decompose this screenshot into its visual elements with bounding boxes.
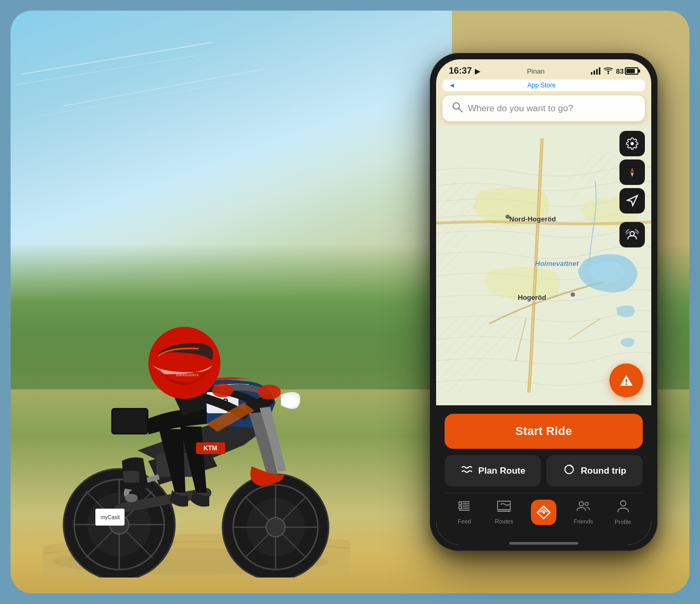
- action-buttons-row: Plan Route Round trip: [445, 455, 643, 486]
- svg-marker-73: [631, 167, 634, 172]
- location-icon: ▶: [475, 67, 481, 75]
- map-view[interactable]: Nord-Hogeröd Holmevattnet Hogeröd: [436, 126, 651, 405]
- status-time: 16:37: [449, 66, 472, 76]
- signal-bars: [591, 67, 600, 75]
- routes-label: Routes: [495, 518, 513, 525]
- motorcycle-illustration: 19 Barkbusters: [42, 238, 350, 578]
- status-left: 16:37 ▶: [449, 66, 481, 76]
- svg-point-39: [282, 395, 299, 407]
- svg-text:Barkbusters: Barkbusters: [176, 372, 199, 377]
- app-store-banner[interactable]: ◄ App Store: [442, 79, 645, 91]
- round-trip-icon: [563, 464, 575, 478]
- start-ride-button[interactable]: Start Ride: [445, 414, 643, 449]
- feed-label: Feed: [458, 518, 471, 525]
- svg-point-32: [125, 494, 138, 502]
- map-controls: [619, 131, 645, 247]
- svg-rect-77: [626, 379, 627, 383]
- svg-rect-36: [113, 410, 147, 433]
- wifi-icon: [604, 67, 613, 76]
- round-trip-label: Round trip: [581, 466, 626, 476]
- search-placeholder: Where do you want to go?: [468, 103, 573, 114]
- phone-frame: 16:37 ▶ Pinan: [430, 53, 658, 551]
- svg-text:KTM: KTM: [203, 445, 217, 452]
- signal-bar-4: [599, 67, 600, 75]
- svg-marker-75: [627, 196, 637, 206]
- plan-route-button[interactable]: Plan Route: [445, 455, 541, 486]
- svg-point-26: [148, 327, 220, 399]
- svg-point-72: [571, 292, 575, 297]
- battery-fill: [626, 69, 635, 73]
- phone-screen: 16:37 ▶ Pinan: [436, 59, 651, 545]
- tab-friends[interactable]: Friends: [563, 498, 603, 527]
- phone-device: 16:37 ▶ Pinan: [430, 53, 658, 551]
- svg-marker-74: [631, 172, 634, 177]
- settings-button[interactable]: [619, 131, 645, 156]
- svg-point-40: [607, 73, 609, 74]
- plan-route-label: Plan Route: [479, 466, 526, 476]
- feed-icon: [457, 500, 471, 516]
- bottom-panel: Start Ride Plan Route: [436, 405, 651, 545]
- profile-icon: [617, 500, 630, 517]
- friends-icon: [576, 500, 591, 516]
- tab-profile[interactable]: Profile: [603, 498, 643, 527]
- battery-icon: [625, 67, 639, 75]
- compass-button[interactable]: [619, 159, 645, 185]
- tab-routes[interactable]: Routes: [484, 498, 524, 527]
- riders-button[interactable]: [619, 222, 645, 247]
- svg-point-41: [453, 103, 459, 109]
- battery-indicator: 83: [616, 67, 639, 75]
- svg-point-71: [506, 215, 510, 219]
- app-store-label: App Store: [527, 82, 555, 89]
- ride-icon-bg: [531, 500, 556, 525]
- svg-point-80: [542, 511, 545, 514]
- search-icon: [452, 102, 463, 115]
- friends-label: Friends: [573, 518, 593, 525]
- svg-point-82: [585, 502, 588, 505]
- signal-bar-3: [596, 69, 598, 75]
- routes-icon: [497, 500, 511, 516]
- home-indicator: [509, 542, 578, 545]
- battery-percent: 83: [616, 67, 624, 75]
- svg-point-30: [258, 385, 281, 399]
- svg-line-42: [459, 109, 462, 112]
- svg-point-78: [625, 383, 627, 385]
- tab-ride[interactable]: [524, 498, 564, 527]
- alert-button[interactable]: [609, 363, 643, 397]
- back-arrow-icon[interactable]: ◄: [449, 82, 455, 89]
- svg-point-81: [579, 502, 583, 506]
- round-trip-button[interactable]: Round trip: [546, 455, 643, 486]
- search-bar[interactable]: Where do you want to go?: [442, 95, 645, 121]
- status-bar: 16:37 ▶ Pinan: [436, 59, 651, 79]
- tab-bar: Feed: [445, 493, 643, 538]
- svg-point-76: [630, 232, 634, 236]
- tab-feed[interactable]: Feed: [445, 498, 484, 527]
- svg-point-31: [212, 384, 233, 397]
- plan-route-icon: [460, 464, 473, 477]
- svg-text:myCasit: myCasit: [101, 514, 120, 520]
- status-right: 83: [591, 67, 639, 76]
- profile-label: Profile: [615, 519, 631, 525]
- location-button[interactable]: [619, 188, 645, 214]
- signal-bar-2: [593, 70, 595, 75]
- svg-point-20: [266, 518, 285, 537]
- signal-bar-1: [591, 72, 592, 75]
- city-label: Pinan: [527, 67, 544, 75]
